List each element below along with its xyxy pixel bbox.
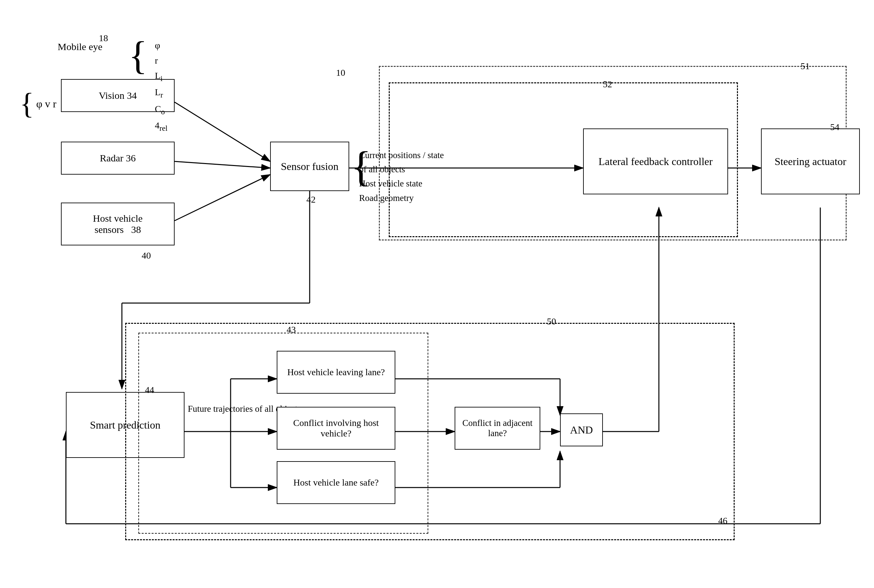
ref-18: 18	[99, 33, 108, 44]
current-pos-curly: {	[351, 145, 371, 188]
ref-42: 42	[306, 194, 316, 205]
host-leaving-box: Host vehicle leaving lane?	[277, 351, 395, 394]
svg-line-1	[175, 161, 270, 168]
svg-line-0	[175, 102, 270, 161]
radar-box: Radar 36	[61, 142, 175, 175]
mobile-eye-label: Mobile eye	[58, 41, 102, 52]
host-sensors-box: Host vehiclesensors 38	[61, 202, 175, 245]
ref-40: 40	[142, 250, 151, 261]
ref-46: 46	[718, 516, 727, 526]
host-lane-safe-box: Host vehicle lane safe?	[277, 461, 395, 504]
ref-10: 10	[336, 68, 345, 78]
svg-line-2	[175, 175, 270, 221]
diagram: { φ v r } Mobile eye 18 Vision 34 Radar …	[0, 0, 874, 588]
ref-52: 52	[603, 79, 612, 90]
phi-v-r-curly: {	[20, 89, 34, 118]
steering-box: Steering actuator	[761, 129, 860, 194]
lateral-fb-box: Lateral feedback controller	[583, 129, 728, 194]
conflict-adj-box: Conflict in adjacent lane?	[455, 407, 540, 450]
sensor-fusion-box: Sensor fusion	[270, 142, 349, 191]
ref-43: 43	[286, 324, 296, 335]
phi-params-curly: {	[129, 33, 148, 78]
ref-54: 54	[830, 122, 840, 132]
current-pos-label: Current positions / stateof all objectsH…	[359, 148, 444, 205]
and-box: AND	[560, 413, 603, 446]
conflict-host-box: Conflict involving host vehicle?	[277, 407, 395, 450]
ref-51: 51	[801, 61, 810, 72]
phi-v-r-label: φ v r	[36, 96, 56, 112]
phi-params-label: φrLiLrCo4rel	[155, 38, 168, 134]
ref-50: 50	[547, 316, 556, 327]
